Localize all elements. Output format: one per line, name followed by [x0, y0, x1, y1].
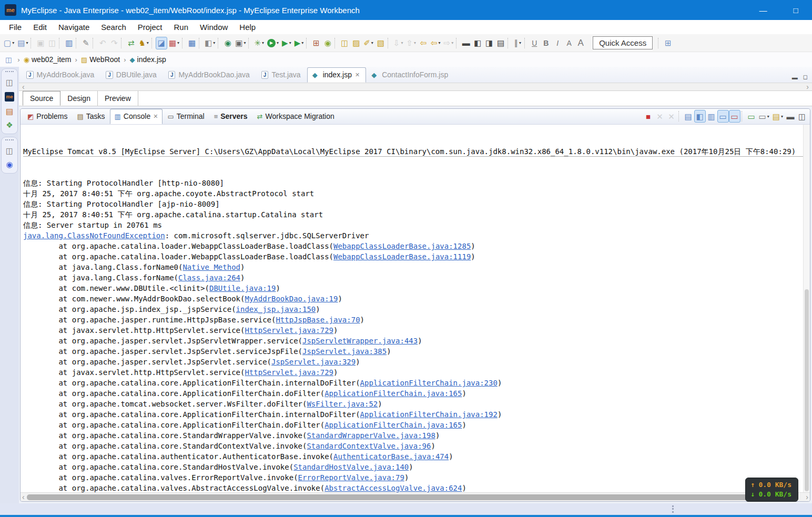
- palette-icon[interactable]: ▦▾: [167, 37, 181, 49]
- underline-icon[interactable]: U: [529, 37, 540, 49]
- editor-tab-contactinfoform-jsp[interactable]: ◆ContactInfoForm.jsp: [366, 67, 454, 83]
- stack-trace-link[interactable]: StandardHostValve.java:140: [293, 463, 409, 471]
- menu-help[interactable]: Help: [234, 21, 261, 33]
- preview-view-icon[interactable]: ◉: [5, 160, 13, 169]
- open-perspective-icon[interactable]: ⊞: [662, 37, 674, 49]
- breadcrumb-item[interactable]: web02_item: [32, 55, 72, 64]
- panel-tab-problems[interactable]: ◩Problems: [23, 109, 72, 124]
- view-stack-grip[interactable]: [5, 71, 14, 72]
- run-icon[interactable]: ▶▾: [266, 37, 280, 49]
- step-filters-icon[interactable]: ⇧▾: [404, 37, 418, 49]
- stack-trace-link[interactable]: JspServlet.java:385: [302, 347, 387, 356]
- show-console-on-stderr-icon[interactable]: ▭: [729, 110, 740, 123]
- mark-occurrences-icon[interactable]: ∥▾: [512, 37, 523, 49]
- back-icon[interactable]: ⇦▾: [429, 37, 442, 49]
- scroll-lock-icon[interactable]: ◧: [694, 110, 706, 123]
- editor-tab-myaddrbookdao-java[interactable]: JMyAddrBookDao.java: [163, 67, 256, 83]
- editor-tab-dbutile-java[interactable]: JDBUtile.java: [100, 67, 163, 83]
- maximize-editor-icon[interactable]: ◻: [803, 74, 808, 80]
- stack-trace-link[interactable]: WebappClassLoaderBase.java:1119: [333, 252, 471, 261]
- word-wrap-icon[interactable]: ▥: [706, 110, 717, 123]
- stack-trace-link[interactable]: java.lang.ClassNotFoundException: [23, 231, 165, 240]
- run-history-icon[interactable]: ▶▾: [280, 37, 293, 49]
- show-grid-icon[interactable]: ▦: [186, 37, 198, 49]
- open-package-icon[interactable]: ▨: [350, 37, 362, 49]
- stack-trace-link[interactable]: AbstractAccessLogValve.java:624: [324, 484, 462, 492]
- stack-trace-link[interactable]: DBUtile.java:19: [209, 284, 276, 292]
- minimize-panel-icon[interactable]: ▬: [785, 110, 796, 123]
- editor-tab-myaddrbook-java[interactable]: JMyAddrBook.java: [21, 67, 100, 83]
- panel-tab-servers[interactable]: ≡Servers: [209, 109, 252, 124]
- breadcrumb-item[interactable]: index.jsp: [137, 55, 166, 64]
- search-icon[interactable]: ✐▾: [362, 37, 375, 49]
- scroll-left-icon[interactable]: ‹: [22, 493, 25, 501]
- start-server-icon[interactable]: ♞▾: [137, 37, 150, 49]
- font-shrink-icon[interactable]: A: [563, 37, 575, 49]
- open-type-icon[interactable]: ◫: [339, 37, 350, 49]
- close-tab-icon[interactable]: ✕: [153, 113, 158, 120]
- stack-trace-link[interactable]: WsFilter.java:52: [307, 400, 378, 408]
- display-selected-console-icon[interactable]: ▭▾: [757, 110, 771, 123]
- clear-console-icon[interactable]: ▤: [683, 110, 694, 123]
- remove-launch-icon[interactable]: ✕: [654, 110, 666, 123]
- split-editor-vertical-icon[interactable]: ◨: [483, 37, 495, 49]
- new-web-wizard-icon[interactable]: ▤▾: [16, 37, 29, 49]
- stack-trace-link[interactable]: JspServlet.java:329: [271, 358, 356, 366]
- scroll-right-icon[interactable]: ›: [806, 83, 809, 90]
- menu-search[interactable]: Search: [95, 21, 132, 33]
- stack-trace-link[interactable]: ApplicationFilterChain.java:165: [324, 389, 462, 398]
- skip-breakpoints-icon[interactable]: ⇩▾: [392, 37, 405, 49]
- stack-trace-link[interactable]: Class.java:264: [178, 273, 240, 282]
- view-tab-preview[interactable]: Preview: [98, 91, 138, 106]
- editor-tab-test-java[interactable]: JTest.java: [256, 67, 307, 83]
- italic-icon[interactable]: I: [552, 37, 563, 49]
- maximize-window-icon[interactable]: □: [779, 0, 812, 20]
- quick-access-field[interactable]: Quick Access: [593, 36, 653, 49]
- menu-edit[interactable]: Edit: [27, 21, 53, 33]
- vertical-scroll-thumb[interactable]: [805, 289, 809, 491]
- status-bar-grip[interactable]: [672, 505, 674, 513]
- stack-trace-link[interactable]: ApplicationFilterChain.java:192: [360, 410, 498, 419]
- outline-view-icon[interactable]: ▤: [5, 107, 14, 116]
- view-tab-design[interactable]: Design: [60, 91, 98, 106]
- split-editor-horizontal-icon[interactable]: ◧: [472, 37, 483, 49]
- new-wizard-icon[interactable]: ▢▾: [2, 37, 16, 49]
- menu-project[interactable]: Project: [132, 21, 168, 33]
- stack-trace-link[interactable]: AuthenticatorBase.java:474: [333, 452, 449, 461]
- open-console-icon[interactable]: ▤▾: [771, 110, 785, 123]
- stack-trace-link[interactable]: index_jsp.java:150: [236, 305, 316, 313]
- stack-trace-link[interactable]: HttpServlet.java:729: [245, 368, 333, 377]
- menu-run[interactable]: Run: [168, 21, 194, 33]
- stack-trace-link[interactable]: StandardContextValve.java:96: [307, 442, 431, 450]
- panel-tab-tasks[interactable]: ▤Tasks: [72, 109, 109, 124]
- remote-systems-icon[interactable]: ▥: [63, 37, 75, 49]
- type-hierarchy-view-icon[interactable]: ❖: [5, 120, 13, 129]
- pin-console-icon[interactable]: ▭: [717, 110, 729, 123]
- stack-trace-link[interactable]: WebappClassLoaderBase.java:1285: [333, 242, 471, 250]
- paste-template-icon[interactable]: ◪: [156, 37, 167, 49]
- last-edit-location-icon[interactable]: ⇦: [418, 37, 429, 49]
- minimize-editor-icon[interactable]: ▬: [792, 74, 798, 80]
- save-icon[interactable]: ▣: [35, 37, 46, 49]
- maximize-panel-icon[interactable]: ◫: [796, 110, 808, 123]
- editor-tab-index-jsp[interactable]: ◆index.jsp✕: [307, 67, 366, 83]
- deploy-module-icon[interactable]: ⇄: [125, 37, 137, 49]
- console-vertical-scrollbar[interactable]: [803, 125, 810, 492]
- view-tab-source[interactable]: Source: [23, 91, 60, 106]
- menu-navigate[interactable]: Navigate: [53, 21, 95, 33]
- restore-view-icon[interactable]: ◫: [5, 78, 14, 87]
- panel-tab-workspace-migration[interactable]: ⇄Workspace Migration: [252, 109, 339, 124]
- stack-trace-link[interactable]: JspServletWrapper.java:443: [302, 337, 418, 345]
- minimize-window-icon[interactable]: —: [747, 0, 779, 20]
- terminate-icon[interactable]: ■: [643, 110, 654, 123]
- stack-trace-link[interactable]: Native Method: [182, 263, 240, 271]
- stack-trace-link[interactable]: StandardWrapperValve.java:198: [307, 431, 435, 440]
- save-all-icon[interactable]: ◫: [46, 37, 58, 49]
- stack-trace-link[interactable]: MyAddrBookDao.java:19: [245, 295, 338, 303]
- open-console-link-icon[interactable]: ▭: [746, 110, 757, 123]
- toggle-editor-area-icon[interactable]: ▬: [460, 37, 472, 49]
- stack-trace-link[interactable]: HttpServlet.java:729: [245, 326, 333, 334]
- editor-list-icon[interactable]: ▤: [495, 37, 506, 49]
- menu-window[interactable]: Window: [194, 21, 234, 33]
- stack-trace-link[interactable]: HttpJspBase.java:70: [276, 316, 360, 324]
